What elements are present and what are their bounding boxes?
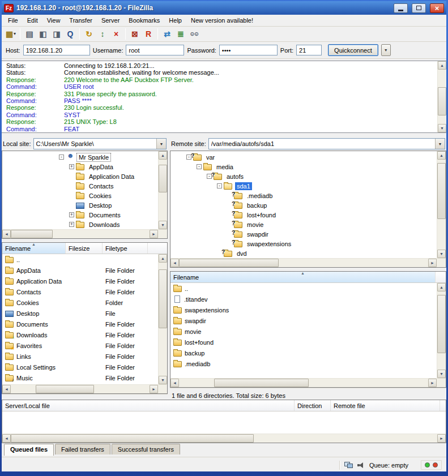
file-row-local-settings[interactable]: Local SettingsFile Folder: [2, 362, 158, 372]
column-header-filename[interactable]: Filename: [2, 243, 66, 254]
scrollbar-thumb[interactable]: [438, 87, 446, 115]
expander-icon[interactable]: -: [197, 164, 202, 169]
tree-item-var[interactable]: -var: [170, 152, 437, 162]
expander-icon[interactable]: +: [69, 164, 74, 169]
scroll-down-button[interactable]: ▼: [159, 221, 167, 229]
file-row-movie[interactable]: movie: [170, 326, 437, 337]
scrollbar-thumb[interactable]: [36, 385, 94, 393]
cancel-icon[interactable]: ×: [109, 28, 123, 40]
tree-item-appdata[interactable]: +AppData: [2, 162, 158, 171]
scroll-down-button[interactable]: ▼: [159, 376, 167, 384]
local-tree-scrollbar[interactable]: ▲▼: [158, 151, 167, 229]
local-path-input[interactable]: [34, 139, 156, 149]
scrollbar-thumb[interactable]: [11, 230, 53, 238]
expander-icon[interactable]: -: [59, 155, 64, 160]
column-header-filesize[interactable]: Filesize: [66, 243, 103, 254]
tree-item-mr-sparkle[interactable]: -Mr Sparkle: [2, 152, 158, 162]
scrollbar-thumb[interactable]: [437, 163, 446, 219]
expander-icon[interactable]: +: [69, 222, 74, 227]
file-row-cookies[interactable]: CookiesFolder: [2, 297, 158, 308]
file-row-documents[interactable]: DocumentsFile Folder: [2, 319, 158, 329]
log-scrollbar[interactable]: ▲▼: [437, 61, 446, 132]
menu-item-view[interactable]: View: [42, 15, 65, 25]
menu-item-file[interactable]: File: [3, 15, 23, 25]
file-row-backup[interactable]: backup: [170, 348, 437, 358]
expander-icon[interactable]: +: [69, 212, 74, 217]
menu-item-bookmarks[interactable]: Bookmarks: [124, 15, 164, 25]
tree-item-contacts[interactable]: Contacts: [2, 181, 158, 191]
file-row-desktop[interactable]: DesktopFile: [2, 308, 158, 319]
synchronized-browsing-icon[interactable]: ≣: [174, 28, 187, 40]
scroll-left-button[interactable]: ◄: [2, 230, 11, 238]
menu-item-server[interactable]: Server: [97, 15, 124, 25]
remote-tree-scrollbar[interactable]: ▲▼: [437, 151, 446, 258]
menu-item-new-version-available[interactable]: New version available!: [186, 15, 258, 25]
toggle-remote-tree-icon[interactable]: ◨: [50, 28, 63, 40]
file-row-[interactable]: ..: [170, 283, 437, 294]
file-row-appdata[interactable]: AppDataFile Folder: [2, 265, 158, 276]
scroll-up-button[interactable]: ▲: [437, 283, 446, 291]
column-header-server-local-file[interactable]: Server/Local file: [2, 400, 295, 411]
remote-list-scrollbar[interactable]: ▲▼: [437, 283, 446, 378]
close-button[interactable]: ×: [430, 3, 444, 13]
tree-item-documents[interactable]: +Documents: [2, 210, 158, 220]
remote-path-input[interactable]: [209, 139, 435, 149]
port-input[interactable]: [296, 45, 322, 55]
scroll-right-button[interactable]: ►: [428, 259, 437, 267]
tree-item-autofs[interactable]: -autofs: [170, 171, 437, 181]
menu-item-edit[interactable]: Edit: [23, 15, 42, 25]
file-row-mediadb[interactable]: .mediadb: [170, 358, 437, 369]
tree-item-lost-found[interactable]: lost+found: [170, 210, 437, 220]
toggle-queue-icon[interactable]: Q: [63, 28, 77, 40]
tree-item-mediadb[interactable]: .mediadb: [170, 191, 437, 200]
queue-hscrollbar[interactable]: ◄►: [2, 434, 446, 443]
scroll-right-button[interactable]: ►: [437, 434, 446, 443]
find-files-icon[interactable]: ⊙⊙: [187, 28, 201, 40]
scroll-right-button[interactable]: ►: [150, 230, 158, 238]
tree-item-backup[interactable]: backup: [170, 200, 437, 210]
password-input[interactable]: [219, 45, 278, 55]
reconnect-icon[interactable]: R: [142, 28, 155, 40]
scroll-down-button[interactable]: ▼: [437, 370, 446, 378]
site-manager-icon[interactable]: ▦▾: [4, 28, 18, 40]
scroll-right-button[interactable]: ►: [428, 379, 437, 387]
scrollbar-thumb[interactable]: [159, 165, 167, 193]
scroll-up-button[interactable]: ▲: [437, 151, 446, 160]
maximize-button[interactable]: [412, 3, 426, 13]
toggle-local-tree-icon[interactable]: ◧: [36, 28, 50, 40]
tree-item-desktop[interactable]: Desktop: [2, 200, 158, 210]
file-row-application-data[interactable]: Application DataFile Folder: [2, 276, 158, 286]
process-queue-icon[interactable]: ↕: [96, 28, 109, 40]
menu-item-help[interactable]: Help: [164, 15, 186, 25]
directory-comparison-icon[interactable]: ⇄: [160, 28, 174, 40]
remote-tree-hscrollbar[interactable]: ◄►: [170, 258, 446, 267]
file-row-swapdir[interactable]: swapdir: [170, 315, 437, 326]
scroll-down-button[interactable]: ▼: [438, 124, 446, 132]
remote-path-dropdown-button[interactable]: ▼: [435, 139, 445, 149]
tab-queued-files[interactable]: Queued files: [4, 444, 54, 456]
expander-icon[interactable]: -: [217, 183, 222, 188]
minimize-button[interactable]: [394, 3, 408, 13]
remote-list-hscrollbar[interactable]: ◄►: [170, 378, 446, 387]
tree-item-cookies[interactable]: Cookies: [2, 191, 158, 200]
file-row-contacts[interactable]: ContactsFile Folder: [2, 286, 158, 297]
column-header-filename[interactable]: Filename: [170, 272, 436, 282]
local-tree-hscrollbar[interactable]: ◄►: [2, 229, 167, 238]
quickconnect-button[interactable]: Quickconnect: [328, 44, 378, 56]
tree-item-application-data[interactable]: Application Data: [2, 171, 158, 181]
tab-successful-transfers[interactable]: Successful transfers: [112, 444, 180, 454]
local-path-dropdown-button[interactable]: ▼: [156, 139, 166, 149]
tree-item-media[interactable]: -media: [170, 162, 437, 171]
column-header-remote-file[interactable]: Remote file: [331, 400, 440, 411]
host-input[interactable]: [23, 45, 90, 55]
scrollbar-thumb[interactable]: [11, 434, 254, 443]
scrollbar-thumb[interactable]: [214, 379, 309, 387]
menu-item-transfer[interactable]: Transfer: [65, 15, 97, 25]
scroll-up-button[interactable]: ▲: [159, 254, 167, 263]
file-row-lost-found[interactable]: lost+found: [170, 337, 437, 348]
tab-failed-transfers[interactable]: Failed transfers: [55, 444, 110, 454]
file-row-links[interactable]: LinksFile Folder: [2, 351, 158, 362]
quickconnect-dropdown-button[interactable]: ▼: [381, 44, 391, 56]
tree-item-movie[interactable]: movie: [170, 220, 437, 229]
file-row-[interactable]: ..: [2, 254, 158, 265]
